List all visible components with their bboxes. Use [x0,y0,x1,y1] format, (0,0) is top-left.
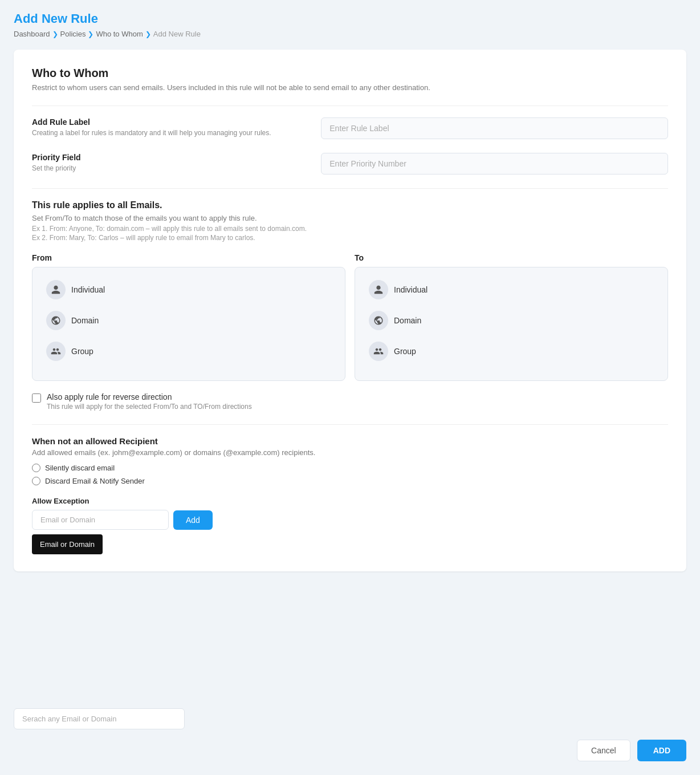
group-icon [51,346,61,356]
from-to-labels: From To [32,253,668,262]
rule-applies-description: Set From/To to match those of the emails… [32,214,668,222]
allow-exception-section: Allow Exception Add Email or Domain [32,497,668,554]
breadcrumb-dashboard[interactable]: Dashboard [14,30,50,38]
from-domain-icon-circle [46,311,66,330]
search-email-domain-input[interactable] [14,708,185,729]
reverse-checkbox[interactable] [32,393,41,403]
to-label: To [355,253,668,262]
allow-exception-label: Allow Exception [32,497,668,505]
autocomplete-dropdown: Email or Domain [32,534,103,554]
footer-buttons: Cancel ADD [577,740,686,761]
from-individual-icon-circle [46,280,66,299]
rule-label-col: Add Rule Label Creating a label for rule… [32,117,321,137]
from-label: From [32,253,345,262]
add-exception-button[interactable]: Add [173,510,213,530]
to-group-item[interactable]: Group [364,336,658,367]
rule-label-input[interactable] [321,117,668,139]
page-title: Add New Rule [14,11,686,26]
when-not-title: When not an allowed Recipient [32,436,668,446]
add-final-button[interactable]: ADD [637,740,686,761]
exception-input-row: Add [32,510,668,530]
to-selector-box: Individual Domain [355,267,668,381]
rule-applies-ex2: Ex 2. From: Mary, To: Carlos – will appl… [32,234,668,242]
to-domain-icon-circle [369,311,388,330]
add-rule-label-row: Add Rule Label Creating a label for rule… [32,117,668,139]
from-group-item[interactable]: Group [42,336,336,367]
reverse-checkbox-label: Also apply rule for reverse direction [47,392,252,401]
when-not-section: When not an allowed Recipient Add allowe… [32,436,668,485]
priority-label-col: Priority Field Set the priority [32,153,321,172]
person-icon [51,285,61,295]
breadcrumb-chevron-1: ❯ [52,30,58,38]
globe-icon [373,315,384,326]
main-card: Who to Whom Restrict to whom users can s… [14,50,686,571]
breadcrumb-chevron-3: ❯ [145,30,151,38]
from-to-boxes: Individual Domain [32,267,668,381]
exception-email-input[interactable] [32,510,169,530]
from-group-label: Group [71,347,93,356]
rule-applies-ex1: Ex 1. From: Anyone, To: domain.com – wil… [32,225,668,233]
discard-notify-radio[interactable] [32,477,40,485]
reverse-checkbox-row: Also apply rule for reverse direction Th… [32,392,668,411]
breadcrumb-who-to-whom[interactable]: Who to Whom [96,30,143,38]
rule-applies-section: This rule applies to all Emails. Set Fro… [32,200,668,242]
from-individual-item[interactable]: Individual [42,274,336,305]
rule-label-title: Add Rule Label [32,117,321,127]
from-individual-label: Individual [71,285,105,294]
section-description: Restrict to whom users can send emails. … [32,83,668,92]
rule-label-hint: Creating a label for rules is mandatory … [32,129,321,137]
reverse-checkbox-hint: This rule will apply for the selected Fr… [47,403,252,411]
person-icon [373,285,384,295]
reverse-checkbox-text: Also apply rule for reverse direction Th… [47,392,252,411]
cancel-button[interactable]: Cancel [577,740,630,761]
from-selector-box: Individual Domain [32,267,345,381]
priority-label-title: Priority Field [32,153,321,162]
discard-notify-label[interactable]: Discard Email & Notify Sender [45,477,145,485]
rule-label-input-col [321,117,668,139]
to-individual-item[interactable]: Individual [364,274,658,305]
to-group-label: Group [394,347,416,356]
breadcrumb-policies[interactable]: Policies [60,30,86,38]
to-individual-icon-circle [369,280,388,299]
when-not-description: Add allowed emails (ex. johm@example.com… [32,448,668,457]
silently-discard-radio[interactable] [32,464,40,472]
to-group-icon-circle [369,342,388,361]
breadcrumb-current: Add New Rule [153,30,201,38]
globe-icon [51,315,61,326]
to-domain-item[interactable]: Domain [364,305,658,336]
priority-input-col [321,153,668,175]
group-icon [373,346,384,356]
priority-label-hint: Set the priority [32,164,321,172]
from-group-icon-circle [46,342,66,361]
section-title: Who to Whom [32,67,668,80]
priority-input[interactable] [321,153,668,175]
search-bar-bottom [14,708,185,729]
rule-applies-title: This rule applies to all Emails. [32,200,668,210]
from-domain-item[interactable]: Domain [42,305,336,336]
to-domain-label: Domain [394,316,421,325]
option1-row: Silently discard email [32,464,668,472]
breadcrumb-chevron-2: ❯ [88,30,93,38]
silently-discard-label[interactable]: Silently discard email [45,464,115,472]
to-individual-label: Individual [394,285,428,294]
breadcrumb: Dashboard ❯ Policies ❯ Who to Whom ❯ Add… [14,30,686,38]
from-to-section: From To Individual [32,253,668,381]
from-domain-label: Domain [71,316,99,325]
priority-field-row: Priority Field Set the priority [32,153,668,175]
option2-row: Discard Email & Notify Sender [32,477,668,485]
